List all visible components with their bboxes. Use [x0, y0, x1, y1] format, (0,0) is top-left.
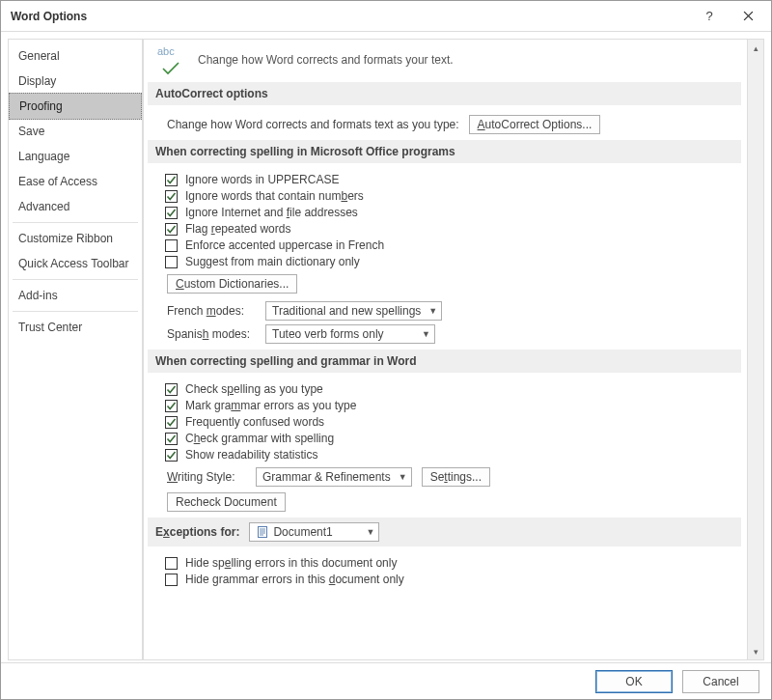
section-exceptions: Exceptions for: Document1 ▼ — [148, 518, 741, 546]
checkbox-mark-grammar[interactable] — [165, 400, 178, 412]
spanish-modes-combo[interactable]: Tuteo verb forms only▼ — [265, 324, 435, 344]
checkbox-enforce-accented[interactable] — [165, 239, 178, 252]
spanish-modes-label: Spanish modes: — [167, 327, 256, 341]
chevron-down-icon: ▼ — [428, 306, 437, 316]
option-enforce-accented: Enforce accented uppercase in French — [165, 238, 737, 252]
label-enforce-accented: Enforce accented uppercase in French — [185, 238, 384, 252]
option-check-spelling: Check spelling as you type — [165, 382, 737, 396]
ok-button[interactable]: OK — [595, 670, 673, 693]
option-flag-repeated: Flag repeated words — [165, 222, 737, 236]
checkbox-suggest-main-dict[interactable] — [165, 256, 178, 268]
label-hide-spelling: Hide spelling errors in this document on… — [185, 556, 397, 570]
help-button[interactable]: ? — [698, 5, 721, 28]
page-header-text: Change how Word corrects and formats you… — [198, 53, 454, 67]
chevron-down-icon: ▼ — [422, 329, 430, 339]
checkbox-check-grammar-spelling[interactable] — [165, 433, 178, 445]
label-flag-repeated: Flag repeated words — [185, 222, 290, 236]
option-suggest-main-dict: Suggest from main dictionary only — [165, 255, 737, 268]
option-check-grammar-spelling: Check grammar with spelling — [165, 432, 737, 445]
sidebar-item-ease-of-access[interactable]: Ease of Access — [9, 169, 142, 194]
sidebar: GeneralDisplayProofingSaveLanguageEase o… — [8, 39, 143, 660]
svg-rect-0 — [259, 527, 267, 538]
option-mark-grammar: Mark grammar errors as you type — [165, 399, 737, 412]
autocorrect-options-button[interactable]: AutoCorrect Options... — [469, 115, 601, 134]
titlebar: Word Options ? — [1, 1, 771, 32]
scroll-down-icon[interactable]: ▾ — [750, 645, 762, 658]
writing-style-label: Writing Style: — [167, 470, 246, 484]
sidebar-item-customize-ribbon[interactable]: Customize Ribbon — [9, 226, 142, 251]
sidebar-item-language[interactable]: Language — [9, 144, 142, 169]
label-ignore-uppercase: Ignore words in UPPERCASE — [185, 173, 339, 186]
label-check-spelling: Check spelling as you type — [185, 382, 323, 396]
checkbox-ignore-uppercase[interactable] — [165, 174, 178, 186]
french-modes-combo[interactable]: Traditional and new spellings▼ — [265, 301, 442, 321]
cancel-button[interactable]: Cancel — [682, 670, 759, 693]
checkbox-readability[interactable] — [165, 449, 178, 462]
page-header: abc Change how Word corrects and formats… — [157, 47, 737, 72]
chevron-down-icon: ▼ — [399, 472, 407, 482]
autocorrect-row: Change how Word corrects and formats tex… — [167, 115, 737, 134]
scroll-up-icon[interactable]: ▴ — [750, 42, 762, 54]
option-ignore-internet: Ignore Internet and file addresses — [165, 206, 737, 219]
sidebar-item-save[interactable]: Save — [9, 119, 142, 144]
option-hide-grammar: Hide grammar errors in this document onl… — [165, 573, 737, 586]
checkbox-hide-spelling[interactable] — [165, 557, 178, 570]
sidebar-item-add-ins[interactable]: Add-ins — [9, 283, 142, 308]
dialog-body: GeneralDisplayProofingSaveLanguageEase o… — [1, 32, 771, 663]
label-check-grammar-spelling: Check grammar with spelling — [185, 432, 334, 445]
recheck-document-button[interactable]: Recheck Document — [167, 492, 286, 512]
label-ignore-numbers: Ignore words that contain numbers — [185, 189, 364, 203]
sidebar-item-display[interactable]: Display — [9, 69, 142, 94]
checkbox-freq-confused[interactable] — [165, 416, 178, 429]
sidebar-item-quick-access-toolbar[interactable]: Quick Access Toolbar — [9, 251, 142, 276]
option-ignore-numbers: Ignore words that contain numbers — [165, 189, 737, 203]
sidebar-item-trust-center[interactable]: Trust Center — [9, 315, 142, 340]
chevron-down-icon: ▼ — [366, 527, 374, 537]
label-mark-grammar: Mark grammar errors as you type — [185, 399, 356, 412]
label-readability: Show readability statistics — [185, 448, 317, 462]
exceptions-document-combo[interactable]: Document1 ▼ — [249, 522, 379, 542]
custom-dictionaries-button[interactable]: Custom Dictionaries... — [167, 274, 297, 294]
content-wrap: abc Change how Word corrects and formats… — [143, 39, 764, 660]
document-icon — [256, 525, 269, 539]
option-ignore-uppercase: Ignore words in UPPERCASE — [165, 173, 737, 186]
checkbox-flag-repeated[interactable] — [165, 223, 178, 236]
french-modes-label: French modes: — [167, 304, 256, 318]
content: abc Change how Word corrects and formats… — [144, 40, 747, 659]
label-ignore-internet: Ignore Internet and file addresses — [185, 206, 358, 219]
sidebar-item-advanced[interactable]: Advanced — [9, 194, 142, 219]
section-spelling-office: When correcting spelling in Microsoft Of… — [148, 140, 741, 163]
dialog-footer: OK Cancel — [1, 663, 771, 700]
option-hide-spelling: Hide spelling errors in this document on… — [165, 556, 737, 570]
section-autocorrect: AutoCorrect options — [148, 82, 741, 105]
section-spelling-word: When correcting spelling and grammar in … — [148, 350, 741, 373]
checkbox-check-spelling[interactable] — [165, 383, 178, 396]
option-freq-confused: Frequently confused words — [165, 415, 737, 429]
checkbox-ignore-internet[interactable] — [165, 207, 178, 219]
window-title: Word Options — [11, 10, 87, 23]
sidebar-item-proofing[interactable]: Proofing — [9, 93, 142, 120]
label-freq-confused: Frequently confused words — [185, 415, 324, 429]
checkbox-ignore-numbers[interactable] — [165, 190, 178, 203]
settings-button[interactable]: Settings... — [422, 467, 490, 487]
sidebar-item-general[interactable]: General — [9, 43, 142, 69]
close-button[interactable] — [736, 5, 759, 28]
option-readability: Show readability statistics — [165, 448, 737, 462]
writing-style-combo[interactable]: Grammar & Refinements▼ — [256, 467, 412, 487]
vertical-scrollbar[interactable]: ▴ ▾ — [747, 40, 763, 659]
checkbox-hide-grammar[interactable] — [165, 574, 178, 586]
autocorrect-desc: Change how Word corrects and formats tex… — [167, 118, 459, 131]
label-hide-grammar: Hide grammar errors in this document onl… — [185, 573, 404, 586]
label-suggest-main-dict: Suggest from main dictionary only — [185, 255, 360, 268]
proofing-icon: abc — [157, 47, 184, 72]
